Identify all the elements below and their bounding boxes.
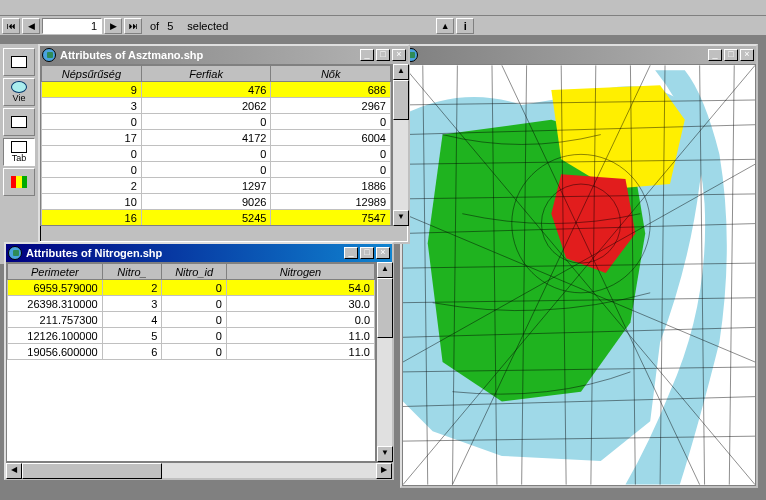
nitrogen-table[interactable]: PerimeterNitro_Nitro_idNitrogen 6959.579… bbox=[6, 262, 376, 462]
table-cell[interactable]: 30.0 bbox=[226, 296, 374, 312]
scroll-up-button[interactable]: ▲ bbox=[377, 262, 393, 278]
table-cell[interactable]: 2 bbox=[102, 280, 162, 296]
sidebar-item-charts[interactable] bbox=[3, 168, 35, 196]
column-header[interactable]: Ferfiak bbox=[141, 66, 271, 82]
minimize-button[interactable]: _ bbox=[708, 49, 722, 61]
table-cell[interactable]: 7547 bbox=[271, 210, 391, 226]
table-cell[interactable]: 12989 bbox=[271, 194, 391, 210]
table-row[interactable]: 320622967 bbox=[42, 98, 391, 114]
table-cell[interactable]: 4 bbox=[102, 312, 162, 328]
table-cell[interactable]: 0 bbox=[42, 146, 142, 162]
table-row[interactable]: 10902612989 bbox=[42, 194, 391, 210]
identify-tool-button[interactable]: i bbox=[456, 18, 474, 34]
sidebar-item-tables-selected[interactable]: Tab bbox=[3, 138, 35, 166]
table-cell[interactable]: 2062 bbox=[141, 98, 271, 114]
table-cell[interactable]: 10 bbox=[42, 194, 142, 210]
column-header[interactable]: Perimeter bbox=[8, 264, 103, 280]
table-cell[interactable]: 0 bbox=[162, 344, 227, 360]
minimize-button[interactable]: _ bbox=[360, 49, 374, 61]
vertical-scrollbar[interactable]: ▲ ▼ bbox=[392, 64, 408, 226]
sidebar-item-doc[interactable] bbox=[3, 48, 35, 76]
table-cell[interactable]: 2 bbox=[42, 178, 142, 194]
table-row[interactable]: 9476686 bbox=[42, 82, 391, 98]
asztmano-table[interactable]: NépsűrűségFerfiakNők 9476686320622967000… bbox=[40, 64, 392, 226]
column-header[interactable]: Nitro_ bbox=[102, 264, 162, 280]
table-cell[interactable]: 26398.310000 bbox=[8, 296, 103, 312]
table-cell[interactable]: 6 bbox=[102, 344, 162, 360]
table-cell[interactable]: 5 bbox=[102, 328, 162, 344]
table-cell[interactable]: 0.0 bbox=[226, 312, 374, 328]
asztmano-attributes-window[interactable]: Attributes of Asztmano.shp _ □ × Népsűrű… bbox=[38, 44, 410, 244]
table-cell[interactable]: 476 bbox=[141, 82, 271, 98]
table-row[interactable]: 211.757300400.0 bbox=[8, 312, 375, 328]
vertical-scrollbar[interactable]: ▲ ▼ bbox=[376, 262, 392, 462]
table-cell[interactable]: 0 bbox=[271, 114, 391, 130]
next-record-button[interactable]: ▶ bbox=[104, 18, 122, 34]
scroll-right-button[interactable]: ▶ bbox=[376, 463, 392, 479]
sidebar-item-views[interactable]: Vie bbox=[3, 78, 35, 106]
record-number-input[interactable]: 1 bbox=[42, 18, 102, 34]
table-cell[interactable]: 211.757300 bbox=[8, 312, 103, 328]
table-cell[interactable]: 12126.100000 bbox=[8, 328, 103, 344]
table-row[interactable]: 000 bbox=[42, 114, 391, 130]
table-row[interactable]: 19056.6000006011.0 bbox=[8, 344, 375, 360]
table-row[interactable]: 212971886 bbox=[42, 178, 391, 194]
table-cell[interactable]: 0 bbox=[141, 114, 271, 130]
nitrogen-attributes-window[interactable]: Attributes of Nitrogen.shp _ □ × Perimet… bbox=[4, 242, 394, 480]
scroll-up-button[interactable]: ▲ bbox=[393, 64, 409, 80]
first-record-button[interactable]: ⏮ bbox=[2, 18, 20, 34]
table-row[interactable]: 1741726004 bbox=[42, 130, 391, 146]
asztmano-titlebar[interactable]: Attributes of Asztmano.shp _ □ × bbox=[40, 46, 408, 64]
table-cell[interactable]: 3 bbox=[42, 98, 142, 114]
table-cell[interactable]: 0 bbox=[42, 162, 142, 178]
column-header[interactable]: Nitrogen bbox=[226, 264, 374, 280]
table-cell[interactable]: 0 bbox=[162, 312, 227, 328]
table-cell[interactable]: 3 bbox=[102, 296, 162, 312]
table-cell[interactable]: 686 bbox=[271, 82, 391, 98]
column-header[interactable]: Népsűrűség bbox=[42, 66, 142, 82]
table-cell[interactable]: 6959.579000 bbox=[8, 280, 103, 296]
table-cell[interactable]: 4172 bbox=[141, 130, 271, 146]
table-cell[interactable]: 0 bbox=[42, 114, 142, 130]
table-cell[interactable]: 6004 bbox=[271, 130, 391, 146]
table-cell[interactable]: 5245 bbox=[141, 210, 271, 226]
table-cell[interactable]: 0 bbox=[162, 296, 227, 312]
table-cell[interactable]: 9026 bbox=[141, 194, 271, 210]
table-row[interactable]: 12126.1000005011.0 bbox=[8, 328, 375, 344]
table-cell[interactable]: 2967 bbox=[271, 98, 391, 114]
last-record-button[interactable]: ⏭ bbox=[124, 18, 142, 34]
column-header[interactable]: Nitro_id bbox=[162, 264, 227, 280]
table-row[interactable]: 26398.3100003030.0 bbox=[8, 296, 375, 312]
prev-record-button[interactable]: ◀ bbox=[22, 18, 40, 34]
map-canvas[interactable] bbox=[402, 64, 756, 486]
horizontal-scrollbar[interactable]: ◀ ▶ bbox=[6, 462, 392, 478]
table-row[interactable]: 6959.5790002054.0 bbox=[8, 280, 375, 296]
table-cell[interactable]: 16 bbox=[42, 210, 142, 226]
table-cell[interactable]: 0 bbox=[271, 162, 391, 178]
map-window[interactable]: _ □ × bbox=[400, 44, 758, 488]
table-cell[interactable]: 9 bbox=[42, 82, 142, 98]
close-button[interactable]: × bbox=[392, 49, 406, 61]
maximize-button[interactable]: □ bbox=[724, 49, 738, 61]
table-cell[interactable]: 11.0 bbox=[226, 344, 374, 360]
table-cell[interactable]: 0 bbox=[141, 162, 271, 178]
scroll-down-button[interactable]: ▼ bbox=[393, 210, 409, 226]
table-cell[interactable]: 0 bbox=[162, 328, 227, 344]
nitrogen-titlebar[interactable]: Attributes of Nitrogen.shp _ □ × bbox=[6, 244, 392, 262]
table-cell[interactable]: 1297 bbox=[141, 178, 271, 194]
table-row[interactable]: 000 bbox=[42, 162, 391, 178]
sidebar-item-tables[interactable] bbox=[3, 108, 35, 136]
table-cell[interactable]: 0 bbox=[141, 146, 271, 162]
table-cell[interactable]: 1886 bbox=[271, 178, 391, 194]
table-cell[interactable]: 0 bbox=[271, 146, 391, 162]
minimize-button[interactable]: _ bbox=[344, 247, 358, 259]
table-cell[interactable]: 19056.600000 bbox=[8, 344, 103, 360]
column-header[interactable]: Nők bbox=[271, 66, 391, 82]
scroll-left-button[interactable]: ◀ bbox=[6, 463, 22, 479]
maximize-button[interactable]: □ bbox=[376, 49, 390, 61]
table-row[interactable]: 1652457547 bbox=[42, 210, 391, 226]
close-button[interactable]: × bbox=[376, 247, 390, 259]
scroll-down-button[interactable]: ▼ bbox=[377, 446, 393, 462]
table-cell[interactable]: 11.0 bbox=[226, 328, 374, 344]
map-window-titlebar[interactable]: _ □ × bbox=[402, 46, 756, 64]
